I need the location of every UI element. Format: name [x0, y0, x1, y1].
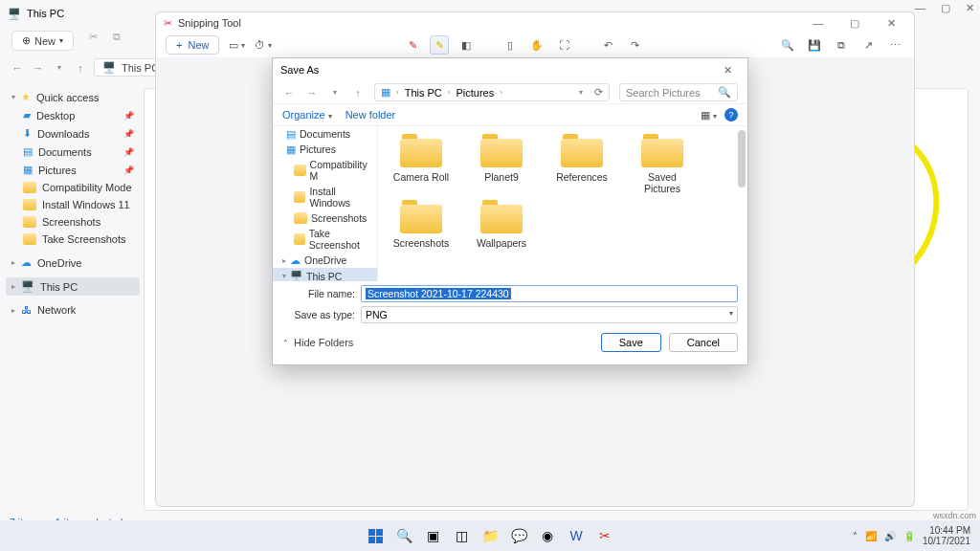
sidebar-item[interactable]: ⬇Downloads📌 [6, 124, 140, 143]
back-icon[interactable]: ← [282, 87, 296, 99]
close-icon[interactable]: ✕ [966, 2, 974, 14]
chrome-icon[interactable]: ◉ [538, 526, 557, 545]
cancel-button[interactable]: Cancel [669, 333, 738, 352]
file-grid[interactable]: Camera Roll Planet9 References Saved Pic… [378, 126, 747, 281]
folder-item[interactable]: Planet9 [468, 134, 535, 194]
snip-app-icon: ✂ [164, 17, 172, 30]
snip-mode-dropdown[interactable]: ▭ [227, 35, 246, 55]
search-icon: 🔍 [718, 86, 731, 99]
copy-icon[interactable]: ⧉ [113, 31, 121, 51]
new-folder-button[interactable]: New folder [345, 109, 396, 121]
sidebar-item[interactable]: ▦Pictures📌 [6, 161, 140, 179]
tree-item[interactable]: Install Windows [273, 184, 377, 210]
highlighter-icon[interactable]: ✎ [430, 35, 449, 55]
sidebar-item[interactable]: ▤Documents📌 [6, 143, 140, 161]
up-icon[interactable]: ↑ [351, 87, 365, 99]
sidebar-this-pc[interactable]: ▸🖥️This PC [6, 277, 140, 296]
maximize-icon[interactable]: ▢ [839, 17, 870, 30]
folder-item[interactable]: Screenshots [388, 200, 455, 249]
tree-item[interactable]: ▦Pictures [273, 142, 377, 157]
back-icon[interactable]: ← [10, 62, 25, 74]
tree-item[interactable]: Screenshots [273, 210, 377, 226]
sidebar-network[interactable]: ▸🖧Network [6, 301, 140, 319]
recent-icon[interactable]: ▾ [328, 88, 342, 97]
wifi-icon[interactable]: 📶 [865, 531, 877, 541]
folder-item[interactable]: Saved Pictures [629, 134, 696, 194]
tray-chevron-icon[interactable]: ˄ [853, 531, 858, 541]
filetype-select[interactable]: PNG▾ [361, 306, 738, 323]
minimize-icon[interactable]: — [803, 17, 834, 29]
zoom-icon[interactable]: 🔍 [778, 35, 797, 55]
nav-tree: ▤Documents ▦Pictures Compatibility M Ins… [273, 126, 378, 281]
scrollbar[interactable] [738, 130, 746, 187]
organize-menu[interactable]: Organize [282, 109, 332, 121]
dialog-title: Save As [280, 64, 319, 76]
sidebar-item[interactable]: Take Screenshots [6, 231, 140, 248]
undo-icon[interactable]: ↶ [598, 35, 617, 55]
delay-dropdown[interactable]: ⏱ [254, 35, 273, 55]
folder-item[interactable]: References [548, 134, 615, 194]
chat-icon[interactable]: 💬 [509, 526, 528, 545]
start-button[interactable] [366, 526, 385, 545]
tree-item[interactable]: Compatibility M [273, 157, 377, 184]
sidebar-item[interactable]: Screenshots [6, 213, 140, 231]
search-input[interactable]: Search Pictures🔍 [619, 83, 738, 101]
task-view-icon[interactable]: ▣ [423, 526, 442, 545]
ruler-icon[interactable]: ▯ [501, 35, 520, 55]
folder-item[interactable]: Wallpapers [468, 200, 535, 249]
redo-icon[interactable]: ↷ [625, 35, 644, 55]
word-icon[interactable]: W [567, 526, 586, 545]
tree-item[interactable]: ▸☁OneDrive [273, 253, 377, 268]
sidebar-onedrive[interactable]: ▸☁OneDrive [6, 253, 140, 272]
crop-icon[interactable]: ⛶ [554, 35, 573, 55]
sidebar-item[interactable]: Install Windows 11 [6, 196, 140, 213]
minimize-icon[interactable]: — [915, 2, 925, 14]
up-icon[interactable]: ↑ [73, 62, 88, 74]
chevron-down-icon[interactable]: ▾ [52, 63, 67, 72]
filename-input[interactable]: Screenshot 2021-10-17 224430 [361, 285, 738, 302]
view-menu[interactable]: ▦ [701, 109, 717, 121]
search-icon[interactable]: 🔍 [394, 526, 413, 545]
battery-icon[interactable]: 🔋 [903, 531, 915, 541]
close-icon[interactable]: ✕ [715, 64, 740, 77]
snipping-tool-window: ✂ Snipping Tool — ▢ ✕ +New ▭ ⏱ ✎ ✎ ◧ ▯ ✋… [155, 11, 915, 57]
sidebar-item[interactable]: ▰Desktop📌 [6, 106, 140, 124]
new-snip-button[interactable]: +New [166, 35, 219, 55]
more-icon[interactable]: ⋯ [885, 35, 904, 55]
widgets-icon[interactable]: ◫ [452, 526, 471, 545]
forward-icon[interactable]: → [31, 62, 46, 74]
watermark: wsxdn.com [933, 511, 976, 520]
eraser-icon[interactable]: ◧ [457, 35, 476, 55]
save-button[interactable]: Save [601, 333, 661, 352]
explorer-sidebar: ▾★Quick access ▰Desktop📌 ⬇Downloads📌 ▤Do… [6, 88, 140, 319]
close-icon[interactable]: ✕ [876, 17, 906, 30]
tree-item-this-pc[interactable]: ▾🖥️This PC [273, 268, 377, 281]
save-icon[interactable]: 💾 [805, 35, 824, 55]
share-icon[interactable]: ↗ [858, 35, 878, 55]
help-icon[interactable]: ? [724, 108, 738, 121]
copy-icon[interactable]: ⧉ [832, 35, 851, 55]
maximize-icon[interactable]: ▢ [941, 2, 950, 14]
window-title: This PC [27, 8, 64, 19]
volume-icon[interactable]: 🔊 [884, 531, 896, 541]
filetype-label: Save as type: [282, 309, 355, 320]
explorer-icon[interactable]: 📁 [480, 526, 500, 545]
pen-red-icon[interactable]: ✎ [403, 35, 422, 55]
clock[interactable]: 10:44 PM10/17/2021 [923, 525, 970, 546]
new-menu[interactable]: ⊕ New ▾ [11, 31, 74, 51]
taskbar: 🔍 ▣ ◫ 📁 💬 ◉ W ✂ ˄ 📶 🔊 🔋 10:44 PM10/17/20… [0, 520, 980, 551]
sidebar-quick-access[interactable]: ▾★Quick access [6, 88, 140, 106]
address-bar[interactable]: ▦› This PC› Pictures› ▾ ⟳ [374, 83, 610, 101]
tree-item[interactable]: Take Screenshot [273, 226, 377, 253]
monitor-icon: 🖥️ [8, 8, 21, 20]
folder-item[interactable]: Camera Roll [388, 134, 455, 194]
hide-folders-button[interactable]: ⌃Hide Folders [282, 337, 353, 348]
cut-icon[interactable]: ✂ [89, 31, 98, 51]
save-as-dialog: Save As ✕ ← → ▾ ↑ ▦› This PC› Pictures› … [272, 57, 748, 365]
forward-icon[interactable]: → [305, 87, 319, 99]
snip-taskbar-icon[interactable]: ✂ [595, 526, 614, 545]
refresh-icon[interactable]: ⟳ [594, 86, 603, 99]
touch-icon[interactable]: ✋ [527, 35, 546, 55]
sidebar-item[interactable]: Compatibility Mode [6, 179, 140, 196]
tree-item[interactable]: ▤Documents [273, 126, 377, 142]
